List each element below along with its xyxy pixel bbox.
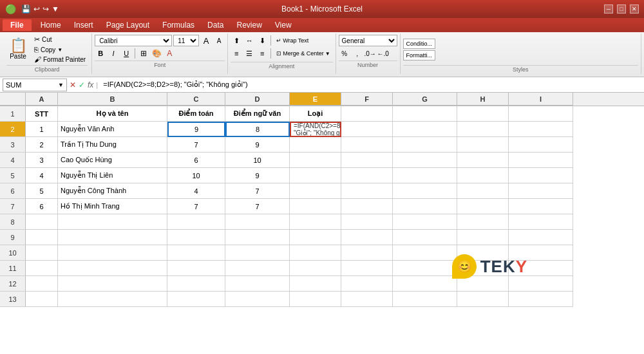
qat-redo-icon[interactable]: ↪ (43, 5, 49, 14)
italic-button[interactable]: I (108, 48, 119, 59)
cell-g3[interactable] (393, 137, 457, 153)
cell-g5[interactable] (393, 168, 457, 183)
cell-h1[interactable] (457, 106, 509, 122)
cell-g2[interactable] (393, 122, 457, 137)
cell-a5[interactable]: 4 (26, 168, 58, 183)
cell-a6[interactable]: 5 (26, 183, 58, 199)
cell-b4[interactable]: Cao Quốc Hùng (58, 153, 167, 168)
cell-i7[interactable] (509, 199, 573, 214)
menu-insert[interactable]: Insert (68, 19, 100, 31)
percent-button[interactable]: % (339, 48, 350, 59)
col-header-h[interactable]: H (457, 93, 509, 106)
name-box[interactable]: SUM ▼ (3, 79, 67, 91)
maximize-button[interactable]: □ (617, 5, 626, 14)
cell-f3[interactable] (341, 137, 393, 153)
number-format-select[interactable]: General Number Currency Date Percentage (339, 35, 397, 46)
cell-d4[interactable]: 10 (225, 153, 290, 168)
qat-undo-icon[interactable]: ↩ (33, 5, 40, 14)
cell-d5[interactable]: 9 (225, 168, 290, 183)
cell-d2[interactable]: 8 (225, 122, 290, 137)
cell-g6[interactable] (393, 183, 457, 199)
cell-f5[interactable] (341, 168, 393, 183)
cell-c4[interactable]: 6 (167, 153, 225, 168)
menu-view[interactable]: View (269, 19, 298, 31)
cut-button[interactable]: ✂ Cut (32, 35, 88, 44)
cell-b1[interactable]: Họ và tên (58, 106, 167, 122)
col-header-g[interactable]: G (393, 93, 457, 106)
cell-h3[interactable] (457, 137, 509, 153)
cell-a1[interactable]: STT (26, 106, 58, 122)
cell-f1[interactable] (341, 106, 393, 122)
cell-a4[interactable]: 3 (26, 153, 58, 168)
cell-b5[interactable]: Nguyễn Thị Liên (58, 168, 167, 183)
cell-d6[interactable]: 7 (225, 183, 290, 199)
cell-b2[interactable]: Nguyễn Văn Anh (58, 122, 167, 137)
col-header-b[interactable]: B (58, 93, 167, 106)
cell-g1[interactable] (393, 106, 457, 122)
cell-a7[interactable]: 6 (26, 199, 58, 214)
cell-d3[interactable]: 9 (225, 137, 290, 153)
copy-button[interactable]: ⎘ Copy ▼ (32, 45, 88, 54)
cell-e7[interactable] (290, 199, 341, 214)
font-color-button[interactable]: A (164, 48, 175, 59)
file-tab[interactable]: File (3, 19, 32, 31)
align-center-button[interactable]: ☰ (243, 48, 255, 59)
cell-e5[interactable] (290, 168, 341, 183)
cell-i3[interactable] (509, 137, 573, 153)
col-header-e[interactable]: E (290, 93, 341, 106)
col-header-i[interactable]: I (509, 93, 573, 106)
merge-center-button[interactable]: ⊡ Merge & Center ▼ (274, 49, 332, 58)
menu-review[interactable]: Review (230, 19, 268, 31)
cell-g4[interactable] (393, 153, 457, 168)
cell-d1[interactable]: Điểm ngữ văn (225, 106, 290, 122)
cell-d7[interactable]: 7 (225, 199, 290, 214)
font-shrink-button[interactable]: A (213, 35, 225, 46)
paste-button[interactable]: 📋 Paste (6, 37, 30, 61)
dec-dec-button[interactable]: ←.0 (377, 48, 389, 59)
fill-color-button[interactable]: 🎨 (151, 48, 162, 59)
cell-c2[interactable]: 9 (167, 122, 225, 137)
font-size-select[interactable]: 11 8910 121416 (173, 35, 199, 46)
align-left-button[interactable]: ≡ (231, 48, 242, 59)
minimize-button[interactable]: ─ (604, 5, 613, 14)
cell-h7[interactable] (457, 199, 509, 214)
name-box-dropdown[interactable]: ▼ (58, 82, 64, 88)
cell-f7[interactable] (341, 199, 393, 214)
cell-i5[interactable] (509, 168, 573, 183)
align-middle-button[interactable]: ↔ (243, 35, 255, 46)
border-button[interactable]: ⊞ (138, 48, 149, 59)
cell-b3[interactable]: Trần Tị Thu Dung (58, 137, 167, 153)
bold-button[interactable]: B (95, 48, 106, 59)
close-button[interactable]: ✕ (630, 5, 639, 14)
wrap-text-button[interactable]: ↵ Wrap Text (274, 36, 311, 45)
font-name-select[interactable]: Calibri Arial Times New Roman (95, 35, 172, 46)
cell-c7[interactable]: 7 (167, 199, 225, 214)
cell-e2[interactable]: =IF(AND(C2>=8;D2>=8); "Giỏi"; "Không giỏ… (290, 122, 341, 137)
conditional-formatting-button[interactable]: Conditio... (403, 39, 436, 49)
underline-button[interactable]: U (120, 48, 132, 59)
qat-save-icon[interactable]: 💾 (21, 5, 31, 14)
cell-c5[interactable]: 10 (167, 168, 225, 183)
cell-e1[interactable]: Loại (290, 106, 341, 122)
cell-h5[interactable] (457, 168, 509, 183)
col-header-c[interactable]: C (167, 93, 225, 106)
cell-e3[interactable] (290, 137, 341, 153)
cell-c6[interactable]: 4 (167, 183, 225, 199)
cell-f2[interactable] (341, 122, 393, 137)
cell-a3[interactable]: 2 (26, 137, 58, 153)
cell-a2[interactable]: 1 (26, 122, 58, 137)
menu-page-layout[interactable]: Page Layout (100, 19, 156, 31)
col-header-f[interactable]: F (341, 93, 393, 106)
cell-i6[interactable] (509, 183, 573, 199)
align-bottom-button[interactable]: ⬇ (256, 35, 268, 46)
col-header-d[interactable]: D (225, 93, 290, 106)
formula-confirm-icon[interactable]: ✓ (79, 80, 85, 89)
align-right-button[interactable]: ≡ (256, 48, 268, 59)
format-as-table-button[interactable]: Formatti... (403, 50, 436, 61)
cell-h2[interactable] (457, 122, 509, 137)
formula-content[interactable]: =IF(AND(C2>=8;D2>=8); "Giỏi"; "Không giỏ… (100, 80, 641, 89)
cell-i1[interactable] (509, 106, 573, 122)
cell-h6[interactable] (457, 183, 509, 199)
cell-e6[interactable] (290, 183, 341, 199)
cell-b7[interactable]: Hồ Thị Minh Trang (58, 199, 167, 214)
